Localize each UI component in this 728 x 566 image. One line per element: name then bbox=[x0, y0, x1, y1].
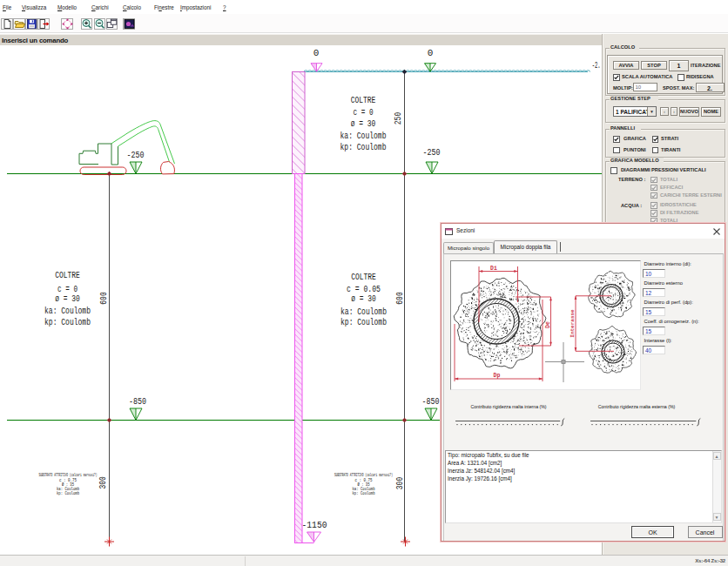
svg-text:ka: Coulomb: ka: Coulomb bbox=[44, 306, 91, 316]
svg-text:kp: Coulomb: kp: Coulomb bbox=[340, 317, 387, 327]
svg-text:SUBSTRATO ATTRITIVO (calcari m: SUBSTRATO ATTRITIVO (calcari marnosi?) bbox=[39, 473, 98, 477]
svg-text:300: 300 bbox=[394, 477, 405, 490]
svg-text:COLTRE: COLTRE bbox=[351, 272, 376, 282]
svg-text:SUBSTRATO ATTRITIVO (calcari m: SUBSTRATO ATTRITIVO (calcari marnosi?) bbox=[334, 473, 393, 477]
svg-text:300: 300 bbox=[98, 476, 108, 489]
svg-text:-2.: -2. bbox=[592, 60, 601, 71]
svg-text:-250: -250 bbox=[127, 150, 145, 160]
svg-text:Di: Di bbox=[490, 266, 497, 272]
svg-text:-1150: -1150 bbox=[302, 520, 327, 530]
svg-text:-250: -250 bbox=[423, 147, 441, 158]
svg-text:Dp: Dp bbox=[494, 373, 501, 379]
svg-text:c = 0: c = 0 bbox=[354, 107, 374, 118]
svg-text:kp: Coulomb: kp: Coulomb bbox=[44, 317, 91, 327]
svg-text:-850: -850 bbox=[129, 396, 146, 407]
svg-text:ø = 30: ø = 30 bbox=[55, 293, 80, 304]
svg-text:0: 0 bbox=[428, 48, 434, 58]
svg-text:ka: Coulomb: ka: Coulomb bbox=[340, 307, 387, 317]
svg-text:ø = 30: ø = 30 bbox=[351, 118, 376, 129]
svg-text:COLTRE: COLTRE bbox=[351, 95, 376, 105]
svg-text:kp: Coulomb: kp: Coulomb bbox=[353, 491, 375, 495]
svg-text:ka: Coulomb: ka: Coulomb bbox=[340, 131, 387, 141]
svg-text:600: 600 bbox=[98, 292, 109, 305]
svg-text:0: 0 bbox=[313, 48, 320, 58]
svg-text:Interasse: Interasse bbox=[570, 309, 576, 338]
svg-text:600: 600 bbox=[394, 292, 405, 305]
svg-text:ø = 30: ø = 30 bbox=[351, 293, 376, 304]
svg-text:kp: Coulomb: kp: Coulomb bbox=[57, 491, 79, 495]
svg-text:De: De bbox=[545, 321, 551, 328]
svg-text:COLTRE: COLTRE bbox=[55, 270, 80, 280]
svg-text:-850: -850 bbox=[422, 396, 440, 407]
svg-text:250: 250 bbox=[393, 112, 403, 125]
svg-text:kp: Coulomb: kp: Coulomb bbox=[340, 142, 387, 152]
